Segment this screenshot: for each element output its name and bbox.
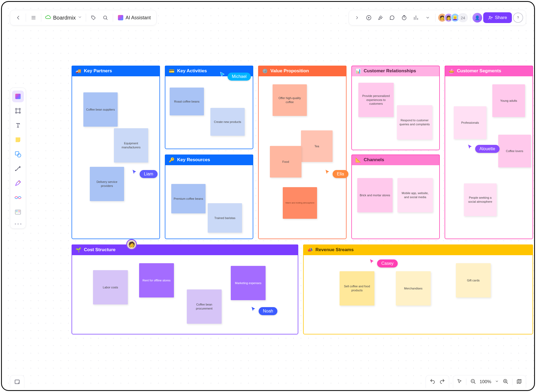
sticky-note[interactable]: Trained baristas	[208, 203, 242, 233]
shape-tool[interactable]	[12, 148, 24, 160]
zoom-level[interactable]: 100%	[480, 379, 491, 385]
sticky-text: Brick and mortar stores	[360, 193, 390, 197]
table-tool[interactable]	[12, 206, 24, 218]
timer-button[interactable]	[399, 12, 410, 23]
play-button[interactable]	[363, 12, 374, 23]
separator	[512, 379, 512, 385]
sticky-note[interactable]: Merchandises	[396, 271, 431, 306]
sticky-note[interactable]: Create new products	[210, 108, 245, 136]
pointer-mode-button[interactable]	[457, 379, 462, 385]
sticky-note[interactable]: People seeking a social atmosphere	[464, 183, 497, 216]
sticky-note[interactable]: Food	[270, 146, 302, 178]
sticky-note[interactable]: Provide personalized experiences to cust…	[358, 83, 394, 117]
menu-button[interactable]	[28, 12, 39, 23]
minimap-button[interactable]	[516, 378, 522, 385]
sticky-text: Gift cards	[467, 278, 479, 282]
text-tool[interactable]	[12, 119, 24, 131]
zoom-chevron-icon[interactable]	[495, 379, 499, 384]
sticky-note-tool[interactable]	[12, 134, 24, 146]
sticky-note[interactable]: Delivery service providers	[90, 167, 124, 201]
poll-button[interactable]	[411, 12, 421, 23]
share-button[interactable]: Share	[483, 12, 512, 23]
connector-tool[interactable]	[12, 163, 24, 175]
sticky-note[interactable]: Rent for offline stores	[139, 263, 174, 297]
sticky-note[interactable]: Coffee bean procurement	[187, 289, 222, 324]
panel-revenue-streams[interactable]: 📣 Revenue Streams Sell coffee and food p…	[303, 244, 533, 334]
sticky-note[interactable]: Professionals	[454, 106, 486, 139]
cursor-label: Alouette	[475, 145, 500, 153]
ai-assistant-label: AI Assistant	[125, 15, 151, 21]
sticky-text: Coffee bean suppliers	[86, 108, 115, 112]
extra-collaborator-count: 24	[458, 13, 468, 22]
share-label: Share	[495, 15, 507, 20]
sticky-note[interactable]: Warm and inviting atmosphere	[283, 187, 317, 219]
cursor-ella: Ella	[325, 166, 348, 178]
panel-customer-relationships[interactable]: 📊 Customer Relationships Provide persona…	[351, 66, 440, 150]
panel-cost-structure[interactable]: 🌱 Cost Structure Labor costs Rent for of…	[72, 244, 298, 334]
collaborator-avatars[interactable]: 🧑 👩 👱‍♀️ 24	[438, 13, 468, 22]
sticky-note[interactable]: Offer high-quality coffee	[273, 84, 307, 116]
panel-title: Customer Segments	[457, 68, 501, 74]
comment-button[interactable]	[387, 12, 398, 23]
separator	[470, 14, 470, 22]
frame-tool[interactable]	[12, 105, 24, 117]
expand-button[interactable]	[352, 12, 362, 23]
sticky-note[interactable]: Coffee bean suppliers	[83, 92, 118, 127]
panel-channels[interactable]: 📐 Channels Brick and mortar stores Mobil…	[351, 154, 440, 239]
mindmap-tool[interactable]	[12, 192, 24, 203]
pen-tool[interactable]	[12, 177, 24, 189]
back-button[interactable]	[13, 12, 24, 23]
separator	[466, 379, 466, 385]
bottom-right-controls: 100%	[426, 375, 526, 388]
panel-key-resources[interactable]: 🔑 Key Resources Premium coffee beans Tra…	[165, 154, 253, 239]
current-user-avatar[interactable]: 👤	[472, 13, 482, 22]
board-title-dropdown[interactable]: Boardmix	[43, 14, 84, 21]
sticky-note[interactable]: Sell coffee and food products	[340, 271, 374, 306]
celebrate-button[interactable]	[375, 12, 386, 23]
key-icon: 🔑	[169, 157, 174, 163]
sticky-text: Marketing expenses	[235, 281, 261, 285]
sticky-note[interactable]: Equipment manufacturers	[114, 128, 148, 163]
sticky-text: Warm and inviting atmosphere	[285, 202, 314, 205]
tag-button[interactable]	[88, 12, 99, 23]
sticky-text: Respond to customer queries and complain…	[399, 118, 430, 126]
sticky-note[interactable]: Marketing expenses	[231, 266, 266, 300]
sticky-note[interactable]: Young adults	[492, 84, 525, 117]
canvas[interactable]: 🚚 Key Partners Coffee bean suppliers Equ…	[2, 2, 534, 390]
panel-value-proposition[interactable]: ⚙️ Value Proposition Offer high-quality …	[258, 66, 347, 239]
truck-icon: 🚚	[75, 68, 81, 74]
svg-point-16	[18, 382, 19, 383]
layers-button[interactable]	[10, 375, 24, 388]
templates-tool[interactable]	[12, 91, 24, 102]
user-presence-bubble[interactable]: 🧑	[126, 239, 137, 250]
sticky-text: Professionals	[461, 121, 479, 125]
undo-redo-group	[426, 375, 449, 388]
sticky-note[interactable]: Mobile app, website, and social media	[397, 178, 433, 212]
sticky-note[interactable]: Coffee lovers	[498, 135, 531, 167]
panel-title: Key Partners	[84, 68, 112, 74]
sticky-note[interactable]: Brick and mortar stores	[357, 178, 393, 212]
sticky-note[interactable]: Tea	[301, 130, 333, 162]
sticky-note[interactable]: Labor costs	[93, 270, 128, 304]
help-button[interactable]	[513, 13, 523, 23]
more-tools-button[interactable]	[422, 12, 433, 23]
ai-assistant-button[interactable]: AI Assistant	[115, 15, 153, 21]
sticky-note[interactable]: Gift cards	[456, 263, 491, 297]
zoom-out-button[interactable]	[470, 378, 476, 385]
undo-button[interactable]	[430, 378, 436, 385]
cloud-sync-icon	[45, 14, 51, 21]
sticky-note[interactable]: Respond to customer queries and complain…	[397, 105, 432, 140]
panel-key-partners[interactable]: 🚚 Key Partners Coffee bean suppliers Equ…	[72, 66, 160, 239]
redo-button[interactable]	[439, 378, 445, 385]
search-button[interactable]	[100, 12, 111, 23]
sticky-note[interactable]: Premium coffee beans	[171, 184, 206, 213]
sticky-text: Labor costs	[103, 285, 118, 289]
sticky-text: Young adults	[500, 99, 517, 103]
panel-title: Customer Relationships	[364, 68, 416, 74]
cursor-noah: Noah	[251, 303, 277, 315]
zoom-in-button[interactable]	[503, 378, 508, 385]
more-tools-icon[interactable]	[15, 221, 21, 226]
svg-point-4	[489, 16, 490, 18]
sticky-note[interactable]: Roast coffee beans	[170, 88, 204, 115]
templates-icon	[15, 94, 21, 99]
